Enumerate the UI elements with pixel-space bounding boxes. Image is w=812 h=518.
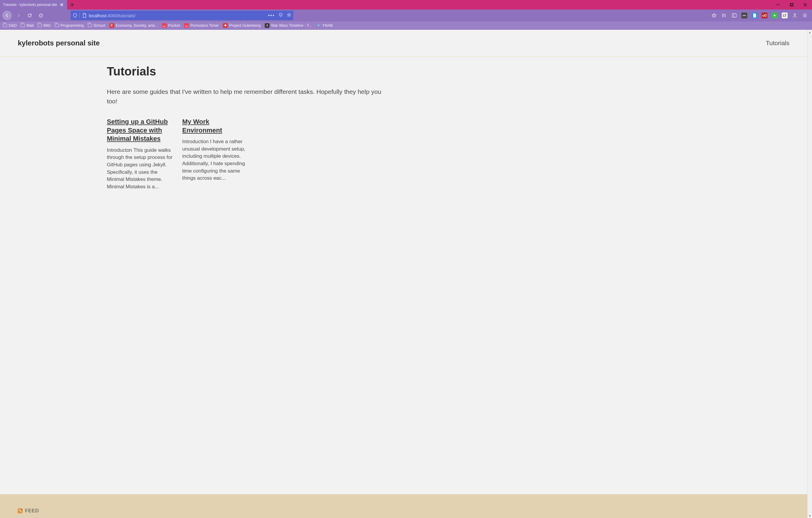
account-icon[interactable] [792, 12, 798, 19]
bookmark-label: Pocket [168, 23, 180, 28]
svg-rect-2 [732, 13, 736, 17]
home-button[interactable] [36, 11, 46, 20]
bookmark-item[interactable]: MtG [38, 23, 51, 28]
favicon-icon: ❖ [223, 23, 228, 28]
tracking-protection-icon[interactable] [72, 13, 78, 18]
favicon-icon: ❄ [316, 23, 321, 28]
bookmark-item[interactable]: ❖Project Gutenberg [223, 23, 261, 28]
new-tab-button[interactable] [67, 0, 77, 9]
post-card: My Work Environment Introduction I have … [182, 118, 249, 191]
bookmark-label: Project Gutenberg [229, 23, 261, 28]
browser-tab[interactable]: Tutorials - kylerobots personal site [0, 0, 67, 9]
scroll-up-arrow[interactable]: ▴ [808, 30, 812, 34]
nav-link-tutorials[interactable]: Tutorials [766, 39, 789, 46]
vertical-scrollbar[interactable]: ▴ ▾ [807, 30, 812, 518]
rss-icon [18, 509, 23, 513]
folder-icon [38, 24, 42, 27]
forward-button[interactable] [13, 11, 23, 20]
bookmark-label: YNAB [322, 23, 333, 28]
sidebar-toggle-icon[interactable] [731, 12, 737, 19]
post-excerpt: Introducton This guide walks through the… [107, 147, 174, 191]
reload-button[interactable] [25, 11, 34, 20]
site-footer: FEED [0, 494, 807, 518]
bookmark-label: D&D [9, 23, 17, 28]
bookmark-item[interactable]: Mail [21, 23, 33, 28]
maximize-button[interactable] [785, 0, 799, 9]
close-tab-icon[interactable] [59, 2, 64, 7]
feed-link[interactable]: FEED [18, 508, 39, 514]
post-card: Setting up a GitHub Pages Space with Min… [107, 118, 174, 191]
bookmarks-menu-icon[interactable] [711, 12, 717, 19]
page-content: Tutorials Here are some guides that I've… [107, 56, 392, 202]
folder-icon [21, 24, 25, 27]
bookmark-label: School [93, 23, 105, 28]
site-title[interactable]: kylerobots personal site [18, 39, 100, 47]
page-actions-icon[interactable]: ••• [268, 13, 275, 18]
bookmark-item[interactable]: ⦀Star Wars Timeline - T... [265, 23, 312, 28]
favicon-icon: ◡ [184, 23, 189, 28]
post-title-link[interactable]: My Work Environment [182, 118, 222, 134]
page-heading: Tutorials [107, 65, 383, 78]
folder-icon [88, 24, 92, 27]
bookmark-star-icon[interactable] [287, 12, 291, 19]
folder-icon [3, 24, 7, 27]
browser-toolbar: localhost:4000/tutorials/ ••• ••• uO + L… [0, 9, 812, 21]
bookmark-label: Pomodoro Timer [190, 23, 219, 28]
pocket-save-icon[interactable] [279, 12, 283, 19]
address-bar[interactable]: localhost:4000/tutorials/ ••• [70, 11, 293, 20]
site-header: kylerobots personal site Tutorials [0, 30, 807, 56]
back-button[interactable] [2, 11, 12, 20]
post-excerpt: Introduction I have a rather unusual dev… [182, 138, 249, 182]
bookmark-label: Economy, Society, and... [116, 23, 158, 28]
post-title-link[interactable]: Setting up a GitHub Pages Space with Min… [107, 118, 168, 142]
close-window-button[interactable] [799, 0, 812, 9]
favicon-icon: ◡ [162, 23, 167, 28]
url-text[interactable]: localhost:4000/tutorials/ [89, 13, 266, 18]
bookmarks-toolbar: D&DMailMtGProgrammingSchoolCEconomy, Soc… [0, 21, 812, 30]
folder-icon [55, 24, 59, 27]
svg-point-3 [794, 13, 796, 16]
window-controls [771, 0, 812, 9]
site-nav: Tutorials [766, 39, 789, 47]
bookmark-label: Mail [26, 23, 33, 28]
window-titlebar: Tutorials - kylerobots personal site [0, 0, 812, 9]
page-lead: Here are some guides that I've written t… [107, 87, 383, 106]
bookmark-item[interactable]: Programming [55, 23, 84, 28]
ublock-icon[interactable]: uO [761, 12, 767, 19]
bookmark-item[interactable]: School [88, 23, 105, 28]
favicon-icon: ⦀ [265, 23, 269, 28]
bookmark-item[interactable]: ◡Pocket [162, 23, 180, 28]
extensions-row: ••• uO + LT [711, 12, 810, 19]
bookmark-item[interactable]: ❄YNAB [316, 23, 333, 28]
bookmark-label: Star Wars Timeline - T... [271, 23, 312, 28]
posts-grid: Setting up a GitHub Pages Space with Min… [107, 118, 383, 191]
favicon-icon: C [110, 23, 114, 28]
site-identity-icon[interactable] [82, 13, 87, 18]
extension-dark-icon[interactable]: ••• [742, 12, 747, 19]
library-icon[interactable] [721, 12, 727, 19]
page-viewport: kylerobots personal site Tutorials Tutor… [0, 30, 807, 518]
app-menu-icon[interactable] [802, 12, 808, 19]
bookmark-item[interactable]: CEconomy, Society, and... [110, 23, 158, 28]
bookmark-item[interactable]: ◡Pomodoro Timer [184, 23, 219, 28]
extension-green-plus-icon[interactable]: + [772, 12, 778, 19]
extension-blue-icon[interactable] [751, 12, 757, 19]
minimize-button[interactable] [771, 0, 785, 9]
scroll-down-arrow[interactable]: ▾ [808, 513, 812, 518]
bookmark-item[interactable]: D&D [3, 23, 17, 28]
tab-title: Tutorials - kylerobots personal site [3, 3, 57, 7]
bookmark-label: MtG [43, 23, 51, 28]
bookmark-label: Programming [61, 23, 84, 28]
languagetool-icon[interactable]: LT [782, 12, 788, 19]
feed-label: FEED [25, 508, 39, 514]
separator [80, 13, 80, 18]
